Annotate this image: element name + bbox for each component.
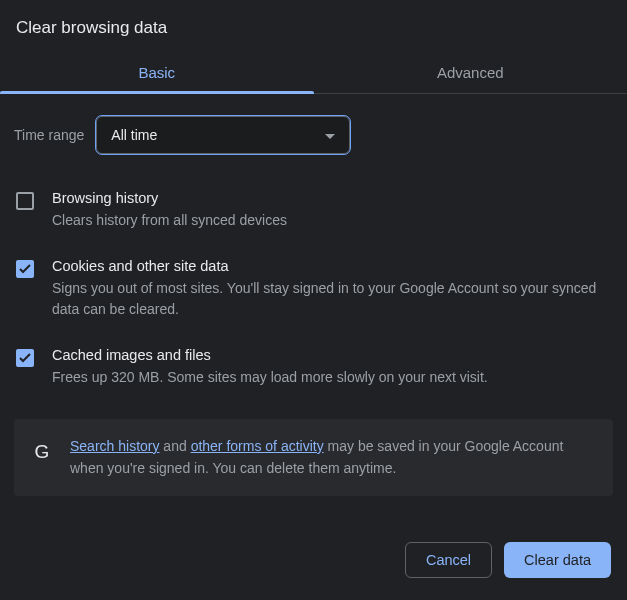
- cancel-button-label: Cancel: [426, 552, 471, 568]
- clear-browsing-data-dialog: Clear browsing data Basic Advanced Time …: [0, 0, 627, 600]
- google-account-notice: G Search history and other forms of acti…: [14, 419, 613, 496]
- checkbox-cookies[interactable]: [16, 260, 34, 278]
- tab-basic[interactable]: Basic: [0, 50, 314, 93]
- option-cache-desc: Frees up 320 MB. Some sites may load mor…: [52, 367, 613, 389]
- option-cookies: Cookies and other site data Signs you ou…: [14, 248, 613, 337]
- time-range-value: All time: [111, 127, 157, 143]
- option-cookies-desc: Signs you out of most sites. You'll stay…: [52, 278, 613, 321]
- google-g-icon: G: [32, 441, 52, 461]
- clear-data-button-label: Clear data: [524, 552, 591, 568]
- checkbox-browsing-history[interactable]: [16, 192, 34, 210]
- options-list: Browsing history Clears history from all…: [0, 164, 627, 405]
- clear-data-button[interactable]: Clear data: [504, 542, 611, 578]
- checkbox-cache[interactable]: [16, 349, 34, 367]
- tab-advanced-label: Advanced: [437, 64, 504, 81]
- option-cache-title: Cached images and files: [52, 347, 613, 363]
- cancel-button[interactable]: Cancel: [405, 542, 492, 578]
- time-range-label: Time range: [14, 127, 84, 143]
- tab-advanced[interactable]: Advanced: [314, 50, 628, 93]
- option-browsing-history: Browsing history Clears history from all…: [14, 180, 613, 248]
- time-range-select[interactable]: All time: [96, 116, 350, 154]
- option-browsing-history-title: Browsing history: [52, 190, 613, 206]
- tab-basic-label: Basic: [138, 64, 175, 81]
- tab-bar: Basic Advanced: [0, 50, 627, 94]
- dialog-footer: Cancel Clear data: [405, 542, 611, 578]
- time-range-row: Time range All time: [0, 94, 627, 164]
- link-search-history[interactable]: Search history: [70, 438, 159, 454]
- option-browsing-history-desc: Clears history from all synced devices: [52, 210, 613, 232]
- option-cache: Cached images and files Frees up 320 MB.…: [14, 337, 613, 405]
- chevron-down-icon: [325, 127, 335, 143]
- link-other-activity[interactable]: other forms of activity: [191, 438, 324, 454]
- notice-mid1: and: [159, 438, 190, 454]
- option-cookies-title: Cookies and other site data: [52, 258, 613, 274]
- notice-text: Search history and other forms of activi…: [70, 435, 595, 480]
- dialog-title: Clear browsing data: [0, 0, 627, 50]
